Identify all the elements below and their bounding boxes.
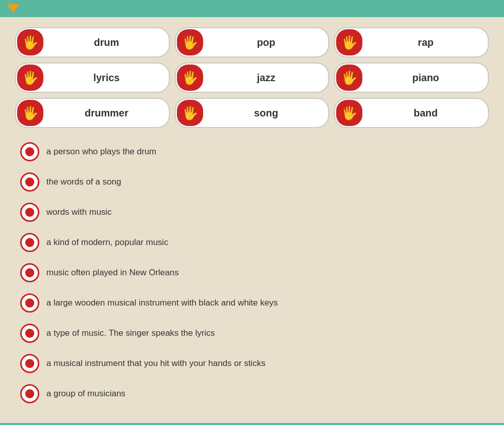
word-label-drum: drum bbox=[44, 32, 169, 53]
definition-item-7[interactable]: a musical instrument that you hit with y… bbox=[20, 354, 489, 373]
radio-button-5[interactable] bbox=[20, 293, 39, 313]
radio-button-6[interactable] bbox=[20, 324, 39, 343]
definition-text-5: a large wooden musical instrument with b… bbox=[46, 298, 278, 308]
radio-button-8[interactable] bbox=[20, 384, 39, 403]
hand-icon-lyrics: 🖐 bbox=[17, 65, 43, 91]
definition-item-4[interactable]: music often played in New Orleans bbox=[20, 263, 489, 282]
definition-item-3[interactable]: a kind of modern, popular music bbox=[20, 233, 489, 252]
hand-icon-drummer: 🖐 bbox=[17, 100, 43, 126]
definition-text-7: a musical instrument that you hit with y… bbox=[46, 358, 266, 369]
definition-item-5[interactable]: a large wooden musical instrument with b… bbox=[20, 293, 489, 313]
definition-text-6: a type of music. The singer speaks the l… bbox=[46, 328, 215, 338]
definition-text-1: the words of a song bbox=[46, 177, 121, 187]
definition-item-1[interactable]: the words of a song bbox=[20, 172, 489, 192]
word-card-drummer[interactable]: 🖐 drummer bbox=[15, 98, 170, 128]
radio-button-2[interactable] bbox=[20, 203, 39, 222]
word-grid: 🖐 drum 🖐 pop 🖐 rap 🖐 lyrics 🖐 jazz bbox=[15, 27, 489, 128]
radio-button-7[interactable] bbox=[20, 354, 39, 373]
header bbox=[0, 0, 504, 17]
word-card-drum[interactable]: 🖐 drum bbox=[15, 27, 170, 57]
word-card-piano[interactable]: 🖐 piano bbox=[334, 63, 489, 93]
hand-icon-piano: 🖐 bbox=[336, 65, 362, 91]
definition-text-2: words with music bbox=[46, 207, 111, 217]
definition-item-2[interactable]: words with music bbox=[20, 203, 489, 222]
word-label-lyrics: lyrics bbox=[44, 67, 169, 89]
definition-item-8[interactable]: a group of musicians bbox=[20, 384, 489, 403]
hand-icon-pop: 🖐 bbox=[177, 29, 203, 55]
definition-text-4: music often played in New Orleans bbox=[46, 268, 179, 278]
hand-icon-band: 🖐 bbox=[336, 100, 362, 126]
definition-item-0[interactable]: a person who plays the drum bbox=[20, 142, 489, 161]
word-label-band: band bbox=[363, 102, 488, 124]
main-content: 🖐 drum 🖐 pop 🖐 rap 🖐 lyrics 🖐 jazz bbox=[0, 17, 504, 423]
radio-button-3[interactable] bbox=[20, 233, 39, 252]
hand-icon-rap: 🖐 bbox=[336, 29, 362, 55]
hand-icon-song: 🖐 bbox=[177, 100, 203, 126]
radio-button-1[interactable] bbox=[20, 172, 39, 192]
word-card-song[interactable]: 🖐 song bbox=[175, 98, 330, 128]
footer: WI SE WISEWORKSHEETS.COM WI SE WISEWORKS… bbox=[0, 423, 504, 425]
word-label-jazz: jazz bbox=[204, 67, 329, 89]
header-triangle-icon bbox=[7, 4, 19, 13]
word-label-rap: rap bbox=[363, 32, 488, 53]
word-card-jazz[interactable]: 🖐 jazz bbox=[175, 63, 330, 93]
definition-text-0: a person who plays the drum bbox=[46, 147, 156, 157]
word-label-pop: pop bbox=[204, 32, 329, 53]
word-card-rap[interactable]: 🖐 rap bbox=[334, 27, 489, 57]
definition-text-8: a group of musicians bbox=[46, 389, 125, 399]
radio-button-4[interactable] bbox=[20, 263, 39, 282]
word-label-drummer: drummer bbox=[44, 102, 169, 124]
radio-button-0[interactable] bbox=[20, 142, 39, 161]
word-card-pop[interactable]: 🖐 pop bbox=[175, 27, 330, 57]
word-card-band[interactable]: 🖐 band bbox=[334, 98, 489, 128]
word-label-piano: piano bbox=[363, 67, 488, 89]
word-label-song: song bbox=[204, 102, 329, 124]
hand-icon-jazz: 🖐 bbox=[177, 65, 203, 91]
word-card-lyrics[interactable]: 🖐 lyrics bbox=[15, 63, 170, 93]
definition-list: a person who plays the drum the words of… bbox=[15, 142, 489, 403]
hand-icon-drum: 🖐 bbox=[17, 29, 43, 55]
definition-item-6[interactable]: a type of music. The singer speaks the l… bbox=[20, 324, 489, 343]
definition-text-3: a kind of modern, popular music bbox=[46, 237, 168, 248]
